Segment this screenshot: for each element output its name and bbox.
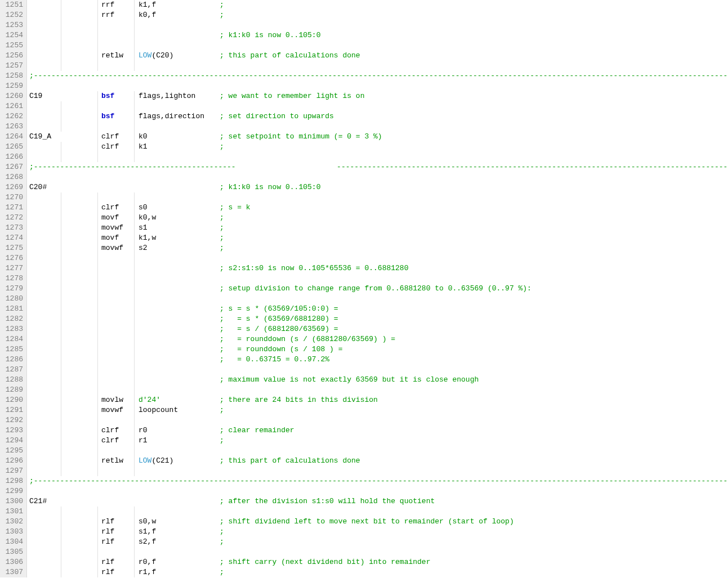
line-number: 1280	[2, 294, 23, 304]
indent-guide	[97, 152, 98, 162]
indent-guide	[97, 365, 98, 375]
code-line	[27, 253, 728, 263]
indent-guide	[134, 415, 135, 425]
line-number: 1300	[2, 496, 23, 507]
line-number: 1265	[2, 142, 23, 152]
indent-guide	[61, 263, 61, 274]
code-line: movfk1,w;	[27, 233, 728, 243]
asm-argument: LOW(C20)	[139, 51, 173, 61]
indent-guide	[97, 192, 98, 203]
code-line	[27, 61, 728, 71]
code-line: ;---------------------------------------…	[27, 162, 728, 172]
code-line: rrfk0,f;	[27, 10, 728, 20]
indent-guide	[97, 132, 98, 142]
code-line: clrfs0; s = k	[27, 203, 728, 213]
indent-guide	[97, 324, 98, 334]
asm-opcode: rlf	[101, 517, 114, 527]
indent-guide	[61, 557, 61, 567]
line-number: 1263	[2, 122, 23, 132]
asm-opcode: movwf	[101, 405, 123, 415]
line-number: 1261	[2, 101, 23, 111]
code-line	[27, 385, 728, 395]
indent-guide	[97, 30, 98, 41]
code-line: clrfr1;	[27, 436, 728, 446]
indent-guide	[134, 101, 135, 111]
comment: ; k1:k0 is now 0..105:0	[220, 30, 320, 41]
code-line	[27, 547, 728, 557]
indent-guide	[97, 405, 98, 415]
asm-argument: r0	[139, 425, 148, 436]
asm-argument: r1,f	[139, 567, 156, 577]
code-line	[27, 20, 728, 30]
indent-guide	[61, 41, 61, 51]
indent-guide	[61, 142, 61, 152]
comment: ; maximum value is not exactly 63569 but…	[220, 375, 479, 385]
line-number: 1289	[2, 385, 23, 395]
indent-guide	[61, 111, 61, 122]
line-number: 1260	[2, 91, 23, 101]
comment: ; = rounddown (s / 108 ) =	[220, 344, 342, 355]
asm-argument: k0	[139, 132, 148, 142]
indent-guide	[134, 385, 135, 395]
indent-guide	[97, 142, 98, 152]
line-number: 1257	[2, 61, 23, 71]
indent-guide	[134, 132, 135, 142]
indent-guide	[97, 10, 98, 20]
comment: ;	[220, 233, 224, 243]
line-number: 1277	[2, 263, 23, 274]
indent-guide	[97, 507, 98, 517]
line-number: 1252	[2, 10, 23, 20]
comment: ;	[220, 142, 224, 152]
indent-guide	[61, 274, 61, 284]
asm-argument: flags,direction	[139, 111, 204, 122]
code-line: rlfr1,f;	[27, 567, 728, 577]
indent-guide	[97, 344, 98, 355]
line-number: 1272	[2, 213, 23, 223]
indent-guide	[97, 567, 98, 577]
line-number: 1282	[2, 314, 23, 324]
code-line: ; setup division to change range from 0.…	[27, 284, 728, 294]
indent-guide	[61, 152, 61, 162]
line-number: 1297	[2, 466, 23, 476]
indent-guide	[61, 51, 61, 61]
indent-guide	[97, 304, 98, 314]
code-line: movfk0,w;	[27, 213, 728, 223]
line-number: 1254	[2, 30, 23, 41]
code-line	[27, 192, 728, 203]
comment: ; this part of calculations done	[220, 51, 360, 61]
line-number: 1255	[2, 41, 23, 51]
line-number: 1299	[2, 486, 23, 496]
code-line: rlfs1,f;	[27, 527, 728, 537]
asm-opcode: movlw	[101, 395, 123, 405]
indent-guide	[61, 385, 61, 395]
line-number: 1262	[2, 111, 23, 122]
comment: ; this part of calculations done	[220, 456, 360, 466]
line-number: 1288	[2, 375, 23, 385]
indent-guide	[134, 314, 135, 324]
indent-guide	[134, 91, 135, 101]
asm-opcode: bsf	[101, 111, 114, 122]
indent-guide	[134, 142, 135, 152]
indent-guide	[134, 122, 135, 132]
line-number: 1294	[2, 436, 23, 446]
asm-label: C20#	[29, 182, 47, 192]
asm-opcode: rlf	[101, 567, 114, 577]
indent-guide	[134, 304, 135, 314]
comment: ; s = s * (63569/105:0:0) =	[220, 304, 338, 314]
code-line: movwfs1;	[27, 223, 728, 233]
indent-guide	[61, 243, 61, 253]
code-area[interactable]: rrfk1,f;rrfk0,f;; k1:k0 is now 0..105:0r…	[27, 0, 728, 577]
indent-guide	[134, 425, 135, 436]
indent-guide	[61, 365, 61, 375]
indent-guide	[134, 537, 135, 547]
indent-guide	[134, 557, 135, 567]
indent-guide	[134, 152, 135, 162]
comment: ; = 0..63715 = 0..97.2%	[220, 355, 329, 365]
line-number: 1302	[2, 517, 23, 527]
indent-guide	[134, 51, 135, 61]
indent-guide	[134, 0, 135, 10]
asm-opcode: clrf	[101, 203, 119, 213]
indent-guide	[134, 111, 135, 122]
line-number: 1290	[2, 395, 23, 405]
indent-guide	[134, 324, 135, 334]
